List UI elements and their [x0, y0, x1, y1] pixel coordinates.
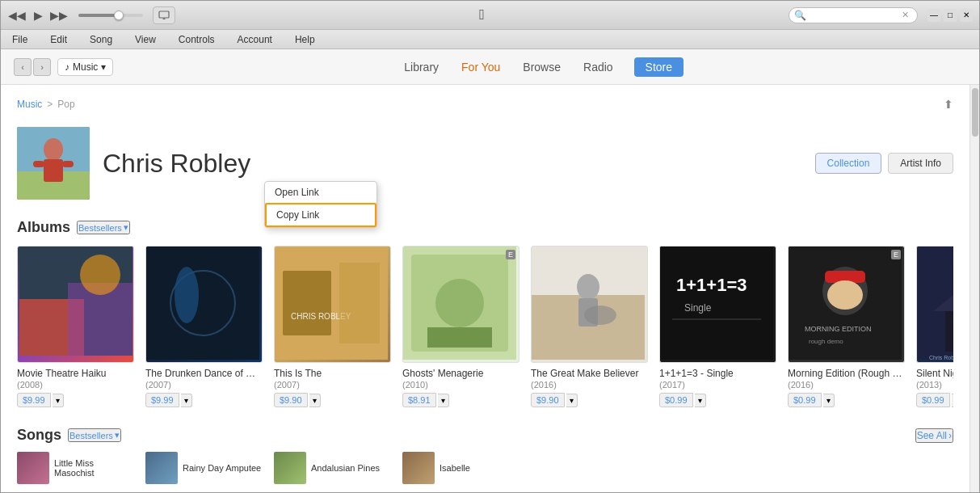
- collection-button[interactable]: Collection: [815, 153, 882, 174]
- context-menu-copy-link[interactable]: Copy Link: [265, 203, 376, 227]
- song-card: Isabelle: [402, 452, 519, 484]
- album-price-arrow[interactable]: ▾: [566, 394, 578, 407]
- volume-slider[interactable]: [78, 14, 143, 17]
- search-clear-button[interactable]: ✕: [902, 10, 909, 20]
- titlebar: ◀◀ ▶ ▶▶  🔍 chris robley ✕ — □ ✕: [1, 1, 979, 30]
- fast-forward-button[interactable]: ▶▶: [49, 6, 69, 24]
- menu-song[interactable]: Song: [85, 32, 117, 47]
- svg-rect-17: [283, 271, 331, 335]
- svg-rect-7: [33, 161, 44, 167]
- song-title: Isabelle: [440, 463, 470, 473]
- maximize-button[interactable]: □: [944, 9, 957, 22]
- album-price-arrow[interactable]: ▾: [309, 394, 321, 407]
- album-price-button[interactable]: $0.99: [659, 393, 693, 407]
- main-window: ◀◀ ▶ ▶▶  🔍 chris robley ✕ — □ ✕ File: [0, 0, 980, 493]
- album-price-arrow[interactable]: ▾: [695, 394, 706, 407]
- albums-section-header: Albums Bestsellers ▾: [17, 219, 953, 236]
- album-year: (2007): [274, 380, 391, 390]
- album-cover[interactable]: [531, 246, 648, 363]
- album-price-button[interactable]: $9.99: [17, 393, 51, 407]
- breadcrumb-music[interactable]: Music: [17, 99, 42, 110]
- album-price: $8.91 ▾: [402, 393, 519, 407]
- see-all-chevron-icon: ›: [948, 430, 952, 441]
- song-thumbnail: [17, 452, 49, 484]
- svg-rect-23: [427, 327, 492, 348]
- album-price-button[interactable]: $0.99: [788, 393, 822, 407]
- album-year: (2016): [531, 380, 648, 390]
- nav-forward-button[interactable]: ›: [33, 58, 51, 76]
- search-box: 🔍 chris robley ✕: [789, 7, 918, 23]
- album-year: (2008): [17, 380, 134, 390]
- section-dropdown[interactable]: ♪ Music ▾: [57, 58, 113, 76]
- tab-radio[interactable]: Radio: [582, 57, 615, 77]
- section-label: Music: [73, 61, 98, 73]
- songs-sort-label: Bestsellers: [69, 431, 113, 440]
- album-price-button[interactable]: $9.90: [531, 393, 565, 407]
- songs-sort-button[interactable]: Bestsellers ▾: [68, 428, 121, 442]
- svg-point-26: [577, 274, 599, 300]
- play-button[interactable]: ▶: [28, 6, 48, 24]
- sort-chevron-icon: ▾: [115, 430, 120, 440]
- share-button[interactable]: ⬆: [944, 98, 953, 111]
- context-menu-open-link[interactable]: Open Link: [265, 182, 376, 203]
- album-price-arrow[interactable]: ▾: [181, 394, 192, 407]
- svg-text:1+1+1=3: 1+1+1=3: [676, 275, 747, 295]
- menu-account[interactable]: Account: [233, 32, 277, 47]
- airplay-button[interactable]: [153, 6, 175, 24]
- album-cover[interactable]: Chris Robley: Silent Night: [916, 246, 953, 363]
- album-title: Movie Theatre Haiku: [17, 368, 134, 379]
- menu-view[interactable]: View: [130, 32, 161, 47]
- album-price-arrow[interactable]: ▾: [53, 394, 64, 407]
- albums-grid: Movie Theatre Haiku (2008) $9.99 ▾: [17, 246, 953, 407]
- artist-info-button[interactable]: Artist Info: [888, 153, 953, 174]
- volume-thumb: [114, 11, 124, 20]
- album-cover[interactable]: E MORNING EDITION rough demo: [788, 246, 905, 363]
- chevron-down-icon: ▾: [101, 61, 106, 73]
- artist-photo: [17, 127, 90, 200]
- search-input[interactable]: chris robley: [810, 11, 898, 20]
- tab-store[interactable]: Store: [634, 57, 683, 77]
- menu-edit[interactable]: Edit: [45, 32, 72, 47]
- album-cover[interactable]: [17, 246, 134, 363]
- album-price-arrow[interactable]: ▾: [823, 394, 835, 407]
- close-button[interactable]: ✕: [960, 9, 973, 22]
- album-cover[interactable]: 1+1+1=3 Single: [659, 246, 776, 363]
- music-note-icon: ♪: [65, 61, 69, 73]
- album-year: (2007): [145, 380, 263, 390]
- albums-sort-button[interactable]: Bestsellers ▾: [77, 221, 130, 234]
- album-cover[interactable]: E: [402, 246, 519, 363]
- album-price-button[interactable]: $9.90: [274, 393, 308, 407]
- tab-for-you[interactable]: For You: [460, 57, 502, 77]
- apple-logo: : [182, 6, 782, 23]
- menu-controls[interactable]: Controls: [174, 32, 220, 47]
- see-all-button[interactable]: See All ›: [915, 428, 953, 443]
- album-price: $9.99 ▾: [145, 393, 263, 407]
- song-card: Little Miss Masochist: [17, 452, 134, 484]
- album-title: Ghosts' Menagerie: [402, 368, 519, 379]
- album-card: The Great Make Believer (2016) $9.90 ▾: [531, 246, 648, 407]
- album-cover[interactable]: [145, 246, 263, 363]
- svg-rect-6: [44, 159, 63, 182]
- rewind-button[interactable]: ◀◀: [7, 6, 27, 24]
- album-card: Movie Theatre Haiku (2008) $9.99 ▾: [17, 246, 134, 407]
- breadcrumb-separator: >: [47, 99, 53, 110]
- album-price-arrow[interactable]: ▾: [438, 394, 449, 407]
- tab-library[interactable]: Library: [402, 57, 440, 77]
- nav-back-button[interactable]: ‹: [14, 58, 32, 76]
- album-cover[interactable]: CHRIS ROBLEY: [274, 246, 391, 363]
- album-price-button[interactable]: $0.99: [916, 393, 950, 407]
- tab-browse[interactable]: Browse: [521, 57, 562, 77]
- album-price-button[interactable]: $9.99: [145, 393, 179, 407]
- scrollbar[interactable]: [969, 85, 979, 492]
- album-price-button[interactable]: $8.91: [402, 393, 436, 407]
- songs-grid: Little Miss Masochist Rainy Day Amputee …: [17, 452, 953, 484]
- song-title: Little Miss Masochist: [54, 458, 134, 478]
- album-price-arrow[interactable]: ▾: [952, 394, 953, 407]
- album-card: The Drunken Dance of Modern Man In... (2…: [145, 246, 263, 407]
- artist-photo-svg: [17, 127, 90, 200]
- menu-help[interactable]: Help: [290, 32, 320, 47]
- svg-text:Single: Single: [684, 302, 712, 314]
- menu-file[interactable]: File: [7, 32, 32, 47]
- svg-point-22: [435, 279, 484, 327]
- minimize-button[interactable]: —: [927, 9, 940, 22]
